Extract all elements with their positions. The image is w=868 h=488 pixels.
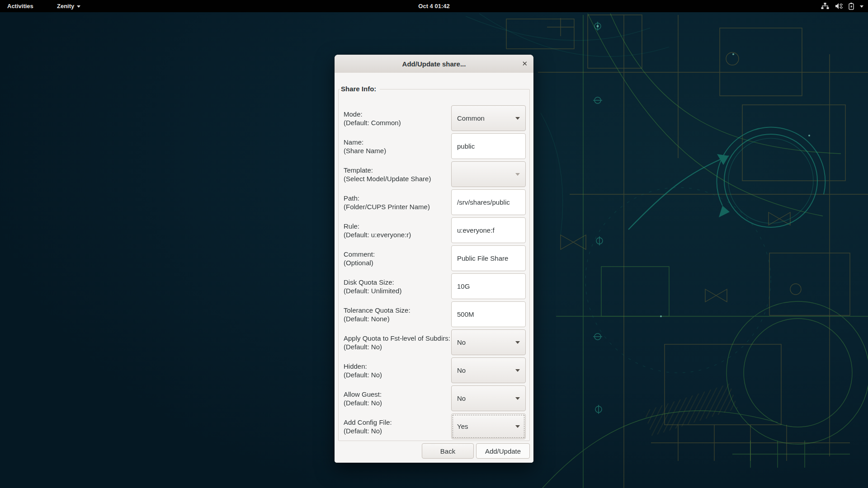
field-row-allow_guest: Allow Guest:(Default: No)No <box>344 385 526 411</box>
field-label-tolerance_quota_size: Tolerance Quota Size:(Default: None) <box>344 306 410 323</box>
select-value-hidden: No <box>457 366 515 374</box>
input-path[interactable] <box>451 189 526 215</box>
desktop: Activities Zenity Oct 4 01:42 <box>0 0 868 488</box>
select-value-add_config_file: Yes <box>457 422 515 430</box>
chevron-down-icon <box>515 173 520 176</box>
frame-label: Share Info: <box>340 84 380 94</box>
app-menu-label: Zenity <box>57 3 74 9</box>
field-label-hidden: Hidden:(Default: No) <box>344 362 382 379</box>
field-row-rule: Rule:(Default: u:everyone:r) <box>344 217 526 243</box>
system-menu-button[interactable] <box>821 0 863 12</box>
dialog-body: Share Info: Mode:(Default: Common)Common… <box>335 73 533 463</box>
select-value-allow_guest: No <box>457 394 515 402</box>
dialog-title: Add/Update share... <box>402 60 466 68</box>
input-disk_quota_size[interactable] <box>451 273 526 299</box>
battery-charging-icon <box>849 3 854 10</box>
activities-button[interactable]: Activities <box>5 0 36 12</box>
select-value-apply_quota_subdirs: No <box>457 338 515 346</box>
select-mode[interactable]: Common <box>451 105 526 131</box>
field-row-hidden: Hidden:(Default: No)No <box>344 357 526 383</box>
select-value-mode: Common <box>457 114 515 122</box>
form-rows: Mode:(Default: Common)CommonName:(Share … <box>335 73 533 463</box>
chevron-down-icon <box>515 425 520 428</box>
input-comment[interactable] <box>451 245 526 271</box>
top-bar: Activities Zenity Oct 4 01:42 <box>0 0 868 12</box>
field-label-path: Path:(Folder/CUPS Printer Name) <box>344 194 430 211</box>
field-label-template: Template:(Select Model/Update Share) <box>344 166 431 183</box>
field-label-rule: Rule:(Default: u:everyone:r) <box>344 222 411 239</box>
field-label-comment: Comment:(Optional) <box>344 250 375 267</box>
dialog-titlebar[interactable]: Add/Update share... ✕ <box>335 55 533 73</box>
field-row-template: Template:(Select Model/Update Share) <box>344 161 526 187</box>
input-name[interactable] <box>451 133 526 159</box>
field-row-apply_quota_subdirs: Apply Quota to Fst-level of Subdirs:(Def… <box>344 329 526 355</box>
chevron-down-icon <box>515 369 520 372</box>
chevron-down-icon <box>515 117 520 120</box>
select-template[interactable] <box>451 161 526 187</box>
field-row-mode: Mode:(Default: Common)Common <box>344 105 526 131</box>
field-row-tolerance_quota_size: Tolerance Quota Size:(Default: None) <box>344 301 526 327</box>
field-label-name: Name:(Share Name) <box>344 138 386 155</box>
field-label-allow_guest: Allow Guest:(Default: No) <box>344 390 382 407</box>
field-row-add_config_file: Add Config File:(Default: No)Yes <box>344 413 526 439</box>
clock-label: Oct 4 01:42 <box>418 3 449 9</box>
field-label-apply_quota_subdirs: Apply Quota to Fst-level of Subdirs:(Def… <box>344 334 450 351</box>
back-button[interactable]: Back <box>422 443 474 459</box>
select-hidden[interactable]: No <box>451 357 526 383</box>
field-label-add_config_file: Add Config File:(Default: No) <box>344 418 392 435</box>
dialog-actions: Back Add/Update <box>422 443 530 459</box>
field-row-comment: Comment:(Optional) <box>344 245 526 271</box>
volume-icon <box>835 3 843 9</box>
clock-button[interactable]: Oct 4 01:42 <box>418 0 449 12</box>
select-allow_guest[interactable]: No <box>451 385 526 411</box>
add-update-button[interactable]: Add/Update <box>476 443 530 459</box>
network-wired-icon <box>821 3 829 9</box>
app-menu-button[interactable]: Zenity <box>54 0 83 12</box>
field-row-name: Name:(Share Name) <box>344 133 526 159</box>
field-label-mode: Mode:(Default: Common) <box>344 110 401 127</box>
chevron-down-icon <box>515 341 520 344</box>
field-label-disk_quota_size: Disk Quota Size:(Default: Unlimited) <box>344 278 401 295</box>
add-update-share-dialog: Add/Update share... ✕ Share Info: Mode:(… <box>335 55 533 463</box>
close-button[interactable]: ✕ <box>522 55 528 73</box>
field-row-path: Path:(Folder/CUPS Printer Name) <box>344 189 526 215</box>
select-add_config_file[interactable]: Yes <box>451 413 526 439</box>
field-row-disk_quota_size: Disk Quota Size:(Default: Unlimited) <box>344 273 526 299</box>
input-tolerance_quota_size[interactable] <box>451 301 526 327</box>
input-rule[interactable] <box>451 217 526 243</box>
chevron-down-icon <box>860 5 863 8</box>
chevron-down-icon <box>515 397 520 400</box>
chevron-down-icon <box>77 5 80 8</box>
activities-label: Activities <box>7 3 33 9</box>
select-apply_quota_subdirs[interactable]: No <box>451 329 526 355</box>
